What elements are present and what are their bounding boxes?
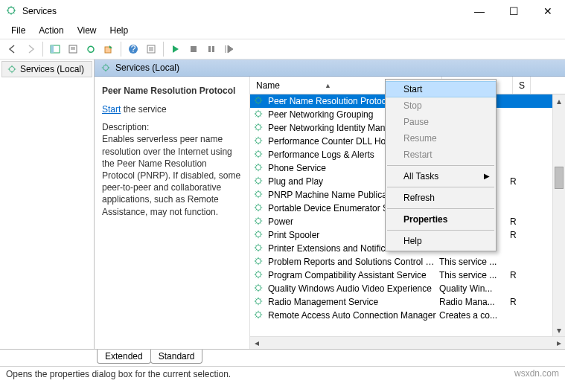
chevron-right-icon: ▶	[484, 172, 490, 180]
view-tabs: Extended Standard	[0, 350, 565, 366]
scroll-thumb[interactable]	[555, 167, 564, 189]
table-row[interactable]: Quality Windows Audio Video ExperienceQu…	[250, 282, 552, 295]
table-row[interactable]: Problem Reports and Solutions Control Pa…	[250, 255, 552, 269]
ctx-restart: Restart	[386, 147, 496, 163]
row-status: R	[510, 297, 523, 307]
menu-view[interactable]: View	[71, 23, 103, 38]
row-status: R	[510, 176, 523, 187]
tree-pane: Services (Local)	[0, 60, 95, 349]
export-icon[interactable]	[100, 41, 117, 57]
service-icon	[253, 135, 265, 147]
service-icon	[253, 283, 265, 295]
row-status: R	[510, 216, 523, 227]
svg-point-16	[10, 67, 15, 72]
description-label: Description:	[102, 121, 242, 133]
service-icon	[253, 176, 265, 187]
scroll-left-icon[interactable]: ◂	[250, 337, 263, 349]
scroll-right-icon[interactable]: ▸	[552, 337, 565, 349]
back-button[interactable]	[4, 41, 21, 57]
panel-header: Services (Local)	[95, 60, 565, 77]
service-icon	[253, 149, 265, 161]
row-description: Radio Mana...	[439, 297, 510, 307]
menu-bar: File Action View Help	[0, 22, 565, 39]
toolbar: ?	[0, 39, 565, 60]
start-link[interactable]: Start	[102, 104, 121, 115]
ctx-start[interactable]: Start	[386, 81, 496, 97]
show-hide-tree-icon[interactable]	[47, 41, 63, 57]
row-description: This service ...	[439, 257, 510, 267]
refresh-icon[interactable]	[83, 41, 99, 57]
menu-file[interactable]: File	[4, 23, 32, 38]
svg-rect-15	[212, 46, 214, 52]
vertical-scrollbar[interactable]: ▴ ▾	[552, 94, 565, 336]
forward-button[interactable]	[22, 41, 39, 57]
tree-item-label: Services (Local)	[20, 64, 84, 74]
table-row[interactable]: Radio Management ServiceRadio Mana...R	[250, 295, 552, 309]
column-status[interactable]: S	[513, 77, 531, 94]
ctx-help[interactable]: Help	[386, 233, 496, 249]
close-button[interactable]: ✕	[531, 0, 565, 22]
row-status: R	[510, 230, 523, 240]
app-icon	[6, 5, 18, 17]
stop-service-icon[interactable]	[185, 41, 202, 57]
service-icon	[253, 269, 265, 281]
ctx-resume: Resume	[386, 130, 496, 147]
service-icon	[253, 122, 265, 134]
pause-service-icon[interactable]	[203, 41, 220, 57]
tab-extended[interactable]: Extended	[97, 350, 151, 364]
menu-help[interactable]: Help	[103, 23, 135, 38]
ctx-refresh[interactable]: Refresh	[386, 190, 496, 206]
row-status: R	[510, 270, 523, 280]
table-row[interactable]: Program Compatibility Assistant ServiceT…	[250, 269, 552, 282]
properties-icon[interactable]	[143, 41, 159, 57]
scroll-up-icon[interactable]: ▴	[553, 94, 565, 107]
status-bar: Opens the properties dialog box for the …	[0, 366, 565, 384]
detail-service-name: Peer Name Resolution Protocol	[102, 86, 242, 96]
tab-standard[interactable]: Standard	[150, 350, 203, 364]
watermark: wsxdn.com	[514, 368, 559, 379]
row-name: Remote Access Auto Connection Manager	[265, 310, 439, 321]
service-icon	[253, 242, 265, 254]
tree-services-local[interactable]: Services (Local)	[1, 61, 92, 77]
ctx-stop: Stop	[386, 97, 496, 114]
ctx-pause: Pause	[386, 114, 496, 130]
row-name: Program Compatibility Assistant Service	[265, 270, 439, 280]
start-suffix: the service	[121, 104, 166, 115]
horizontal-scrollbar[interactable]: ◂ ▸	[250, 336, 565, 349]
window-title: Services	[22, 6, 462, 16]
service-icon	[253, 95, 265, 107]
ctx-all-tasks[interactable]: All Tasks▶	[386, 168, 496, 184]
context-menu: Start Stop Pause Resume Restart All Task…	[385, 79, 497, 251]
detail-pane: Peer Name Resolution Protocol Start the …	[95, 77, 249, 349]
service-icon	[253, 229, 265, 241]
svg-rect-14	[208, 46, 211, 52]
help-icon[interactable]: ?	[125, 41, 141, 57]
start-service-icon[interactable]	[167, 41, 184, 57]
minimize-button[interactable]: —	[462, 0, 497, 22]
svg-rect-13	[191, 46, 197, 52]
scroll-down-icon[interactable]: ▾	[553, 324, 565, 336]
service-icon	[253, 256, 265, 268]
row-description: Quality Win...	[439, 283, 510, 294]
export-list-icon[interactable]	[65, 41, 81, 57]
svg-point-17	[103, 65, 109, 71]
row-name: Radio Management Service	[265, 297, 439, 307]
row-description: This service ...	[439, 270, 510, 280]
description-body: Enables serverless peer name resolution …	[102, 133, 242, 217]
main-pane: Services (Local) Peer Name Resolution Pr…	[95, 60, 565, 349]
svg-text:?: ?	[131, 44, 136, 54]
maximize-button[interactable]: ☐	[497, 0, 531, 22]
panel-title: Services (Local)	[115, 62, 179, 73]
service-icon	[253, 202, 265, 214]
svg-rect-2	[51, 45, 54, 53]
title-bar: Services — ☐ ✕	[0, 0, 565, 22]
service-icon	[253, 216, 265, 228]
restart-service-icon[interactable]	[221, 41, 237, 57]
ctx-properties[interactable]: Properties	[386, 211, 496, 228]
service-icon	[253, 296, 265, 308]
menu-action[interactable]: Action	[32, 23, 70, 38]
table-row[interactable]: Remote Access Auto Connection ManagerCre…	[250, 309, 552, 322]
row-description: Creates a co...	[439, 310, 510, 321]
service-icon	[253, 162, 265, 174]
row-name: Problem Reports and Solutions Control Pa…	[265, 257, 439, 267]
